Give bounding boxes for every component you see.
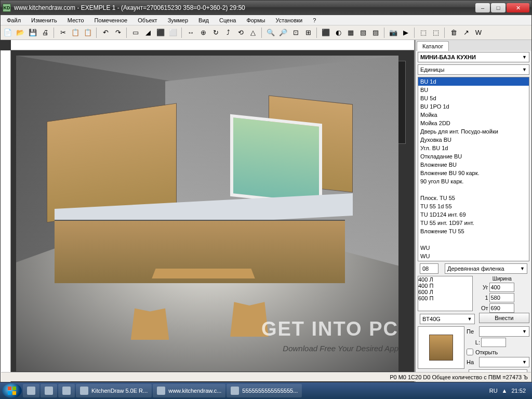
toolbar-button[interactable]: ⊞ [303, 28, 313, 38]
toolbar-button[interactable]: W [473, 28, 484, 38]
catalog-item[interactable]: Вложение BU 90 карк. [418, 169, 529, 177]
menu-Установки[interactable]: Установки [271, 16, 307, 24]
catalog-item[interactable]: Духовка BU [418, 136, 529, 144]
toolbar-button[interactable]: 📷 [388, 28, 398, 38]
catalog-item[interactable]: Мойка 2DD [418, 119, 529, 127]
taskbar-item[interactable]: www.kitchendraw.c... [153, 384, 225, 397]
menu-Файл[interactable]: Файл [3, 16, 25, 24]
menu-Помеченное[interactable]: Помеченное [90, 16, 132, 24]
size-item[interactable]: 400 П [418, 283, 472, 289]
toolbar-button[interactable]: 💾 [28, 28, 38, 38]
menu-Объект[interactable]: Объект [134, 16, 161, 24]
catalog-item[interactable]: WU вытяжка vis. экстр. [418, 260, 529, 261]
taskbar-item[interactable]: KitchenDraw 5.0E R... [76, 384, 152, 397]
catalog-item[interactable]: BU 1PO 1d [418, 102, 529, 111]
catalog-name-combo[interactable]: МИНИ-БАЗА КУХНИ▼ [418, 52, 529, 62]
toolbar-button[interactable]: ▦ [345, 28, 356, 38]
tab-catalog[interactable]: Каталог [417, 41, 449, 51]
catalog-item[interactable]: Дверь для инт. Посудо-мойки [418, 127, 529, 136]
maximize-button[interactable]: □ [491, 3, 506, 12]
taskbar-item[interactable] [23, 384, 39, 397]
size-item[interactable]: 600 П [418, 295, 472, 301]
toolbar-button[interactable]: ◢ [143, 28, 153, 38]
taskbar-item[interactable] [58, 384, 75, 397]
catalog-item[interactable]: WU [418, 244, 529, 252]
toolbar-button[interactable]: ↶ [100, 28, 111, 38]
open-checkbox[interactable] [467, 349, 473, 355]
toolbar-button[interactable]: ✂ [58, 28, 68, 38]
toolbar-button[interactable]: ⊕ [198, 28, 208, 38]
dim-ug-input[interactable] [489, 283, 514, 292]
toolbar-button[interactable]: ▨ [370, 28, 381, 38]
start-button[interactable] [2, 383, 22, 398]
units-combo[interactable]: Единицы▼ [418, 64, 529, 75]
toolbar-button[interactable]: ◐ [333, 28, 343, 38]
menu-Вид[interactable]: Вид [194, 16, 213, 24]
dim-ot-input[interactable] [489, 303, 514, 313]
catalog-item[interactable]: TU 1D124 инт. 69 [418, 210, 529, 219]
toolbar-button[interactable]: 🗑 [448, 28, 459, 38]
catalog-item-list[interactable]: BU 1dBUBU 5dBU 1PO 1dМойкаМойка 2DDДверь… [418, 77, 529, 261]
catalog-item[interactable]: Откладание BU [418, 152, 529, 161]
catalog-item[interactable]: 90 угол BU карк. [418, 177, 529, 185]
toolbar-button[interactable]: ▭ [130, 28, 141, 38]
catalog-item[interactable]: Вложение TU 55 [418, 227, 529, 235]
toolbar-button[interactable]: ▧ [358, 28, 368, 38]
toolbar-button[interactable]: △ [248, 28, 258, 38]
menu-Формы[interactable]: Формы [242, 16, 269, 24]
toolbar-button[interactable]: ⬛ [321, 28, 331, 38]
minimize-button[interactable]: – [475, 3, 490, 12]
toolbar-button[interactable]: 📋 [70, 28, 81, 38]
toolbar-button[interactable]: 🖨 [40, 28, 50, 38]
catalog-item[interactable]: TU 55 1d 55 [418, 202, 529, 210]
na-combo[interactable]: ▼ [479, 357, 529, 367]
taskbar-item[interactable]: 5555555555555555... [227, 384, 302, 397]
menu-Изменить[interactable]: Изменить [27, 16, 61, 24]
preview-code-combo[interactable]: BT40G▼ [420, 314, 475, 324]
toolbar-button[interactable]: ⟲ [235, 28, 246, 38]
toolbar-button[interactable]: ↷ [113, 28, 123, 38]
catalog-item[interactable]: BU [418, 86, 529, 94]
toolbar-button[interactable]: ↻ [210, 28, 221, 38]
tray-lang[interactable]: RU [489, 388, 498, 394]
menu-Сцена[interactable]: Сцена [215, 16, 240, 24]
toolbar-button[interactable]: 📂 [15, 28, 25, 38]
toolbar-button[interactable]: ↔ [185, 28, 196, 38]
catalog-item[interactable]: Плоск. TU 55 [418, 194, 529, 202]
toolbar-button[interactable]: ⬚ [431, 28, 441, 38]
catalog-item[interactable]: Вложение BU [418, 161, 529, 169]
size-item[interactable]: 400 Л [418, 276, 472, 283]
toolbar-button[interactable]: ⬚ [418, 28, 429, 38]
insert-button[interactable]: Внести [479, 313, 530, 323]
toolbar-button[interactable]: 📋 [83, 28, 93, 38]
menu-Зуммер[interactable]: Зуммер [164, 16, 192, 24]
menu-?[interactable]: ? [309, 16, 320, 24]
dim-1-input[interactable] [489, 293, 514, 302]
size-list[interactable]: 400 Л400 П600 Л600 П [418, 276, 473, 311]
taskbar-item[interactable] [41, 384, 57, 397]
close-button[interactable]: ✕ [507, 3, 529, 12]
compass-bar[interactable] [397, 61, 406, 144]
catalog-item[interactable]: BU 5d [418, 94, 529, 102]
model-code-combo[interactable]: 08 [420, 263, 438, 274]
catalog-item[interactable]: Мойка [418, 111, 529, 119]
toolbar-button[interactable]: ↗ [461, 28, 471, 38]
catalog-item[interactable]: BU 1d [418, 77, 529, 86]
size-item[interactable]: 600 Л [418, 289, 472, 295]
toolbar-button[interactable]: ⤴ [223, 28, 233, 38]
l-input[interactable] [481, 338, 506, 347]
toolbar-button[interactable]: ⊡ [290, 28, 301, 38]
toolbar-button[interactable]: ⬜ [168, 28, 178, 38]
menu-Место[interactable]: Место [63, 16, 88, 24]
pe-combo[interactable]: ▼ [479, 326, 529, 337]
catalog-item[interactable]: WU [418, 252, 529, 260]
toolbar-button[interactable]: 📄 [3, 28, 13, 38]
model-name-combo[interactable]: Деревянная филенка▼ [445, 263, 527, 274]
toolbar-button[interactable]: 🔎 [278, 28, 288, 38]
catalog-item[interactable]: TU 55 инт. 1D97 инт. [418, 219, 529, 227]
toolbar-button[interactable]: ⬛ [155, 28, 166, 38]
catalog-item[interactable] [418, 185, 529, 194]
3d-viewport[interactable]: GET INTO PC Download Free Your Desired A… [1, 40, 415, 382]
toolbar-button[interactable]: ▶ [401, 28, 411, 38]
catalog-item[interactable]: Угл. BU 1d [418, 144, 529, 152]
